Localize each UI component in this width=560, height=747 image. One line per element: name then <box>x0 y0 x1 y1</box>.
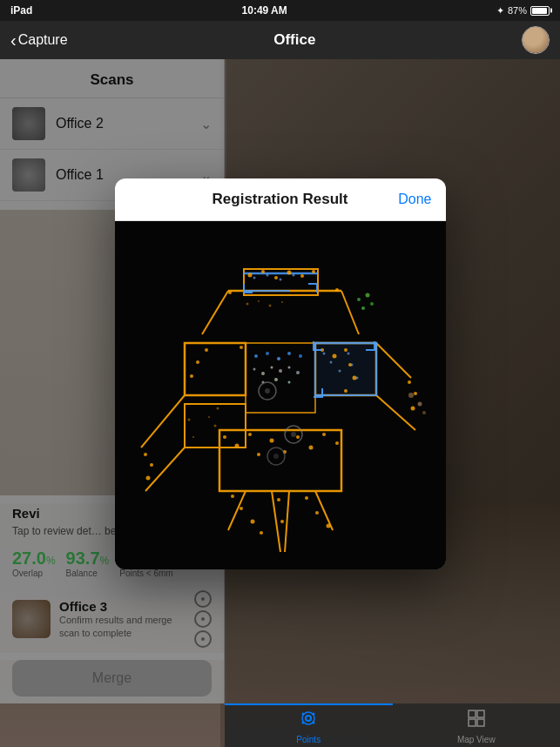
svg-point-59 <box>280 520 284 523</box>
tab-bar: Points Map View <box>225 703 560 747</box>
back-chevron-icon: ‹ <box>10 30 17 50</box>
nav-title: Office <box>273 31 315 49</box>
point-cloud-svg <box>115 221 446 569</box>
svg-point-58 <box>277 498 280 501</box>
back-label: Capture <box>18 32 68 48</box>
svg-point-38 <box>257 453 260 456</box>
svg-point-83 <box>254 354 258 358</box>
map-view-icon <box>466 708 487 733</box>
tab-points[interactable]: Points <box>225 703 393 747</box>
svg-point-55 <box>305 496 308 500</box>
point-cloud-view <box>115 221 446 569</box>
points-icon <box>298 708 319 733</box>
svg-point-98 <box>265 388 270 394</box>
battery-icon <box>530 6 550 16</box>
svg-rect-119 <box>477 710 484 717</box>
svg-point-64 <box>414 392 417 395</box>
svg-point-67 <box>266 273 268 276</box>
svg-point-57 <box>326 523 330 528</box>
modal-done-button[interactable]: Done <box>398 192 431 207</box>
svg-point-117 <box>313 722 315 724</box>
back-button[interactable]: ‹ Capture <box>10 30 68 50</box>
svg-point-87 <box>299 354 302 358</box>
svg-point-93 <box>296 371 300 374</box>
svg-point-51 <box>231 495 234 498</box>
bluetooth-icon: ✦ <box>496 5 504 17</box>
svg-point-63 <box>408 380 411 384</box>
svg-point-29 <box>228 291 232 294</box>
svg-point-26 <box>287 270 291 274</box>
svg-point-105 <box>268 304 271 306</box>
svg-point-47 <box>344 348 347 352</box>
user-avatar[interactable] <box>522 26 550 54</box>
svg-rect-121 <box>477 719 484 726</box>
svg-point-104 <box>258 300 260 302</box>
svg-point-86 <box>287 352 291 355</box>
svg-point-76 <box>357 298 361 301</box>
svg-point-32 <box>196 360 199 364</box>
device-name: iPad <box>10 4 32 17</box>
svg-point-95 <box>274 378 278 381</box>
svg-point-74 <box>350 363 353 366</box>
time-display: 10:49 AM <box>242 4 287 17</box>
modal-title: Registration Result <box>213 191 348 208</box>
svg-point-53 <box>250 519 254 523</box>
svg-point-23 <box>247 273 252 277</box>
svg-point-50 <box>344 389 347 393</box>
svg-point-39 <box>269 438 273 442</box>
modal-overlay: Registration Result Done <box>0 0 560 747</box>
svg-point-84 <box>266 352 269 355</box>
svg-rect-120 <box>469 719 476 726</box>
svg-point-35 <box>223 435 226 439</box>
svg-point-90 <box>270 366 273 368</box>
svg-point-54 <box>260 531 263 535</box>
svg-point-60 <box>144 453 147 456</box>
registration-modal: Registration Result Done <box>115 178 446 569</box>
svg-point-69 <box>292 273 294 276</box>
svg-point-33 <box>190 374 193 378</box>
svg-point-96 <box>287 380 290 383</box>
svg-point-72 <box>338 369 341 372</box>
svg-point-80 <box>408 393 414 398</box>
svg-point-28 <box>312 270 315 273</box>
svg-point-62 <box>145 475 150 480</box>
svg-point-77 <box>365 293 369 297</box>
svg-point-92 <box>287 366 290 368</box>
status-bar: iPad 10:49 AM ✦ 87% <box>0 0 560 21</box>
svg-point-34 <box>240 346 243 349</box>
svg-point-31 <box>205 348 208 352</box>
svg-point-112 <box>306 716 311 721</box>
svg-rect-118 <box>469 710 476 717</box>
svg-point-85 <box>277 357 280 360</box>
status-indicators: ✦ 87% <box>496 5 550 17</box>
svg-point-116 <box>302 722 305 724</box>
svg-point-89 <box>261 372 265 375</box>
svg-point-114 <box>302 713 305 716</box>
svg-point-91 <box>279 369 282 373</box>
navigation-bar: ‹ Capture Office <box>0 21 560 59</box>
svg-point-88 <box>253 367 255 370</box>
svg-point-75 <box>355 376 358 379</box>
svg-point-65 <box>410 406 415 410</box>
svg-point-56 <box>315 511 319 515</box>
svg-point-42 <box>308 445 313 449</box>
svg-point-109 <box>213 424 216 427</box>
svg-point-66 <box>253 276 255 279</box>
svg-point-82 <box>422 411 426 414</box>
svg-point-103 <box>246 302 248 305</box>
svg-point-24 <box>261 270 265 273</box>
svg-point-73 <box>347 352 349 354</box>
svg-point-100 <box>291 432 296 437</box>
svg-point-115 <box>313 713 315 716</box>
svg-point-25 <box>274 276 278 279</box>
tab-map-view[interactable]: Map View <box>393 703 561 747</box>
tab-points-label: Points <box>296 735 320 744</box>
svg-point-110 <box>192 436 194 438</box>
svg-point-111 <box>187 418 190 421</box>
modal-header: Registration Result Done <box>115 178 446 221</box>
tab-map-view-label: Map View <box>457 735 496 744</box>
svg-point-27 <box>300 274 304 278</box>
svg-point-61 <box>150 463 153 467</box>
svg-point-44 <box>335 441 339 445</box>
svg-point-30 <box>335 288 339 292</box>
